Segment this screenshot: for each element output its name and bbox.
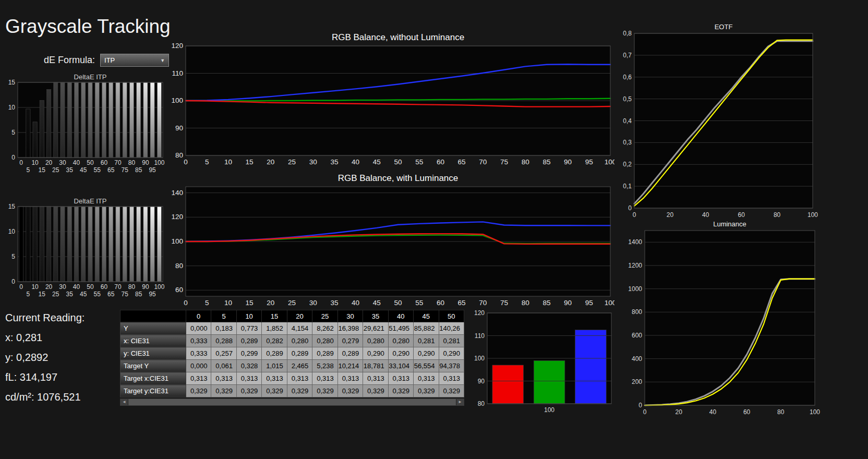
- svg-text:20: 20: [267, 158, 274, 166]
- table-cell: 0,288: [211, 335, 236, 347]
- deltae-chart-top: 0510150510152025303540455055606570758085…: [4, 73, 166, 178]
- svg-text:0,2: 0,2: [623, 161, 632, 168]
- table-cell: 94,378: [439, 360, 464, 372]
- table-cell: 18,781: [363, 360, 388, 372]
- svg-text:90: 90: [478, 378, 485, 385]
- svg-text:100: 100: [605, 158, 614, 166]
- svg-text:90: 90: [142, 283, 149, 291]
- svg-text:25: 25: [52, 291, 59, 298]
- svg-text:100: 100: [474, 355, 485, 362]
- svg-text:60: 60: [175, 286, 183, 294]
- chevron-down-icon: ▼: [160, 58, 165, 63]
- svg-text:100: 100: [171, 96, 183, 104]
- svg-text:0: 0: [628, 204, 632, 212]
- table-cell: 0,329: [211, 385, 236, 397]
- table-cell: 0,280: [287, 335, 312, 347]
- svg-text:40: 40: [352, 158, 359, 166]
- table-cell: 0,313: [414, 372, 439, 385]
- scroll-left-button[interactable]: ◄: [120, 399, 128, 405]
- svg-text:95: 95: [585, 158, 593, 166]
- svg-text:80: 80: [175, 151, 183, 159]
- svg-text:55: 55: [415, 299, 423, 307]
- table-cell: 0,329: [363, 385, 388, 397]
- table-cell: 0,313: [337, 372, 363, 385]
- current-reading-panel: Current Reading: x: 0,281 y: 0,2892 fL: …: [5, 312, 85, 403]
- table-header-cell: 45: [414, 310, 439, 322]
- current-reading-title: Current Reading:: [5, 312, 85, 324]
- table-row-label: x: CIE31: [120, 335, 186, 347]
- svg-text:55: 55: [94, 291, 101, 298]
- de-formula-row: dE Formula: ITP ▼: [44, 54, 169, 67]
- svg-text:110: 110: [475, 332, 485, 340]
- svg-text:RGB Balance, without Luminance: RGB Balance, without Luminance: [332, 32, 464, 42]
- svg-text:55: 55: [415, 158, 423, 166]
- table-cell: 0,313: [262, 372, 287, 385]
- svg-text:90: 90: [564, 299, 572, 307]
- scrollbar-thumb[interactable]: [128, 399, 456, 405]
- svg-text:60: 60: [437, 158, 444, 166]
- svg-text:50: 50: [394, 299, 402, 307]
- svg-text:85: 85: [135, 291, 142, 298]
- svg-text:45: 45: [80, 291, 87, 298]
- svg-text:0,7: 0,7: [623, 52, 632, 59]
- svg-text:Luminance: Luminance: [713, 220, 746, 228]
- table-cell: 0,000: [186, 360, 211, 372]
- table-cell: 0,313: [287, 372, 312, 385]
- svg-text:60: 60: [437, 299, 444, 307]
- svg-text:45: 45: [373, 299, 381, 307]
- table-cell: 0,329: [312, 385, 337, 397]
- svg-text:5: 5: [11, 253, 15, 260]
- table-cell: 0,280: [363, 335, 388, 347]
- svg-text:80: 80: [777, 408, 785, 416]
- table-cell: 0,183: [211, 322, 236, 335]
- table-row: Target y:CIE310,3290,3290,3290,3290,3290…: [120, 385, 464, 397]
- rgb-balance-chart: 8090100110120051015202530354045505560657…: [166, 30, 614, 172]
- table-cell: 0,290: [414, 347, 439, 360]
- table-cell: 0,313: [388, 372, 413, 385]
- svg-text:55: 55: [94, 166, 101, 174]
- svg-text:35: 35: [66, 166, 74, 174]
- svg-text:10: 10: [8, 104, 16, 111]
- svg-text:15: 15: [246, 158, 254, 166]
- svg-text:5: 5: [11, 129, 15, 136]
- table-cell: 0,329: [186, 385, 211, 397]
- svg-text:35: 35: [330, 158, 338, 166]
- table-cell: 0,313: [363, 372, 388, 385]
- table-header-cell: [120, 310, 186, 322]
- table-cell: 85,882: [414, 322, 439, 335]
- svg-text:30: 30: [309, 299, 317, 307]
- svg-text:25: 25: [288, 158, 296, 166]
- table-cell: 0,299: [236, 347, 261, 360]
- de-formula-label: dE Formula:: [44, 55, 95, 66]
- svg-text:110: 110: [172, 69, 183, 77]
- svg-text:0: 0: [11, 154, 15, 161]
- table-header-cell: 35: [363, 310, 388, 322]
- table-cell: 1,015: [262, 360, 287, 372]
- svg-text:95: 95: [149, 166, 156, 174]
- svg-text:1000: 1000: [628, 285, 642, 293]
- table-row-label: Y: [120, 322, 186, 335]
- reading-cdm2: cd/m²: 1076,521: [5, 391, 85, 403]
- svg-text:DeltaE ITP: DeltaE ITP: [74, 197, 107, 205]
- de-formula-select[interactable]: ITP ▼: [100, 54, 169, 67]
- svg-text:70: 70: [114, 283, 122, 291]
- svg-text:0,6: 0,6: [623, 74, 632, 81]
- svg-text:0: 0: [633, 211, 636, 219]
- table-cell: 0,329: [439, 385, 464, 397]
- table-cell: 0,061: [211, 360, 236, 372]
- svg-text:80: 80: [522, 158, 529, 166]
- svg-text:0: 0: [19, 283, 23, 291]
- eotf-chart: 00,10,20,30,40,50,60,70,8020406080100EOT…: [616, 22, 819, 223]
- svg-text:50: 50: [394, 158, 402, 166]
- svg-text:400: 400: [632, 355, 642, 363]
- scroll-right-button[interactable]: ►: [456, 399, 464, 405]
- table-cell: 0,329: [287, 385, 312, 397]
- svg-text:70: 70: [114, 159, 122, 166]
- svg-text:0: 0: [19, 159, 23, 166]
- svg-text:5: 5: [205, 299, 209, 307]
- table-scrollbar[interactable]: ◄ ►: [120, 398, 464, 406]
- svg-text:95: 95: [585, 299, 593, 307]
- svg-text:0,4: 0,4: [623, 117, 632, 125]
- svg-text:85: 85: [542, 158, 550, 166]
- deltae-chart-bottom: 0510150510152025303540455055606570758085…: [4, 197, 166, 303]
